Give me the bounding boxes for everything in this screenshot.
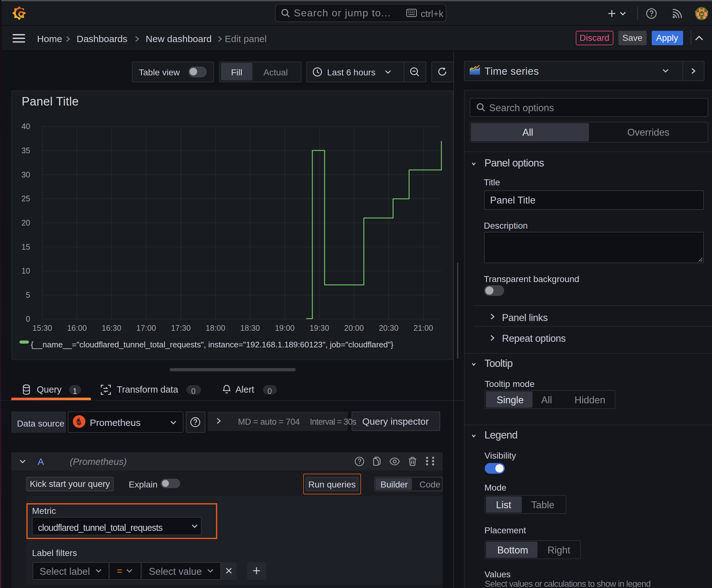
svg-text:21:00: 21:00 <box>413 323 433 332</box>
svg-text:40: 40 <box>21 122 30 130</box>
svg-text:30: 30 <box>21 170 30 179</box>
svg-text:15:30: 15:30 <box>33 323 52 332</box>
svg-text:19:30: 19:30 <box>309 323 329 332</box>
svg-text:15: 15 <box>21 242 30 251</box>
svg-text:20: 20 <box>21 218 30 227</box>
svg-text:20:00: 20:00 <box>344 323 364 332</box>
svg-text:5: 5 <box>26 290 30 299</box>
svg-text:16:30: 16:30 <box>102 323 122 332</box>
svg-text:35: 35 <box>21 146 30 154</box>
svg-text:25: 25 <box>21 194 30 203</box>
svg-text:17:00: 17:00 <box>136 323 156 332</box>
svg-text:18:30: 18:30 <box>240 323 260 332</box>
svg-text:10: 10 <box>21 266 30 275</box>
svg-text:20:30: 20:30 <box>379 323 399 332</box>
svg-text:0: 0 <box>26 314 30 323</box>
svg-text:16:00: 16:00 <box>67 323 87 332</box>
svg-text:17:30: 17:30 <box>171 323 191 332</box>
svg-text:18:00: 18:00 <box>206 323 225 332</box>
svg-text:19:00: 19:00 <box>275 323 295 332</box>
